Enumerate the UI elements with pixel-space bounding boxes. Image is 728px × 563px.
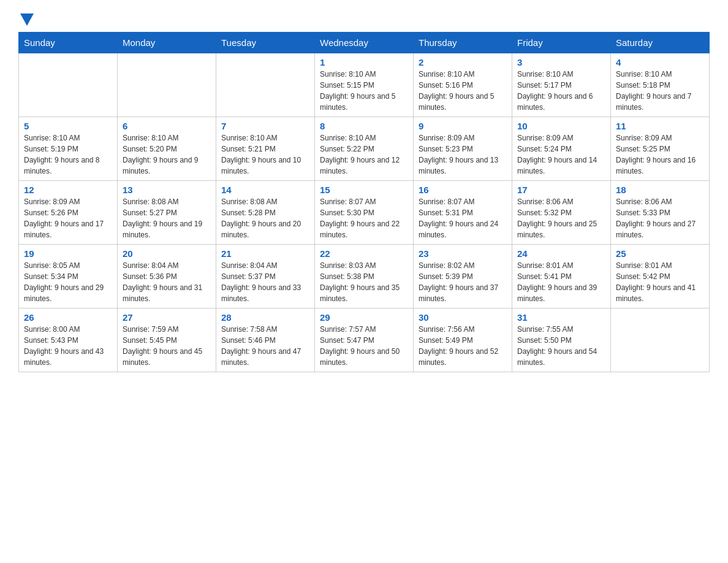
- calendar-cell: 27Sunrise: 7:59 AM Sunset: 5:45 PM Dayli…: [118, 308, 216, 372]
- day-number: 9: [419, 121, 507, 131]
- day-number: 20: [123, 248, 211, 259]
- day-info: Sunrise: 7:55 AM Sunset: 5:50 PM Dayligh…: [517, 324, 605, 368]
- calendar-cell: 25Sunrise: 8:01 AM Sunset: 5:42 PM Dayli…: [611, 245, 710, 308]
- day-info: Sunrise: 7:57 AM Sunset: 5:47 PM Dayligh…: [320, 324, 408, 368]
- day-info: Sunrise: 8:10 AM Sunset: 5:20 PM Dayligh…: [123, 132, 211, 177]
- day-number: 7: [221, 121, 309, 131]
- day-number: 1: [320, 57, 408, 67]
- day-info: Sunrise: 8:03 AM Sunset: 5:38 PM Dayligh…: [320, 260, 408, 304]
- day-number: 24: [517, 248, 605, 259]
- day-info: Sunrise: 8:09 AM Sunset: 5:24 PM Dayligh…: [517, 132, 605, 177]
- calendar-cell: 20Sunrise: 8:04 AM Sunset: 5:36 PM Dayli…: [118, 245, 216, 308]
- calendar-cell: 3Sunrise: 8:10 AM Sunset: 5:17 PM Daylig…: [512, 53, 611, 117]
- day-number: 10: [517, 121, 605, 131]
- day-info: Sunrise: 7:59 AM Sunset: 5:45 PM Dayligh…: [123, 324, 211, 368]
- day-number: 13: [123, 185, 211, 195]
- calendar-week-row: 19Sunrise: 8:05 AM Sunset: 5:34 PM Dayli…: [19, 245, 710, 308]
- day-info: Sunrise: 8:09 AM Sunset: 5:26 PM Dayligh…: [24, 196, 112, 240]
- day-info: Sunrise: 7:58 AM Sunset: 5:46 PM Dayligh…: [221, 324, 309, 368]
- calendar-cell: 28Sunrise: 7:58 AM Sunset: 5:46 PM Dayli…: [216, 308, 315, 372]
- weekday-header-monday: Monday: [118, 33, 216, 53]
- calendar-cell: 2Sunrise: 8:10 AM Sunset: 5:16 PM Daylig…: [414, 53, 512, 117]
- weekday-header-saturday: Saturday: [611, 33, 710, 53]
- page-header: [18, 12, 710, 26]
- day-info: Sunrise: 8:10 AM Sunset: 5:15 PM Dayligh…: [320, 69, 408, 113]
- day-number: 4: [616, 57, 704, 67]
- day-number: 15: [320, 185, 408, 195]
- day-info: Sunrise: 8:05 AM Sunset: 5:34 PM Dayligh…: [24, 260, 112, 304]
- day-number: 30: [419, 312, 507, 323]
- calendar-cell: 5Sunrise: 8:10 AM Sunset: 5:19 PM Daylig…: [19, 117, 118, 181]
- calendar-cell: [216, 53, 315, 117]
- day-info: Sunrise: 8:09 AM Sunset: 5:25 PM Dayligh…: [616, 132, 704, 177]
- day-number: 17: [517, 185, 605, 195]
- day-number: 16: [419, 185, 507, 195]
- day-number: 27: [123, 312, 211, 323]
- calendar-cell: 17Sunrise: 8:06 AM Sunset: 5:32 PM Dayli…: [512, 181, 611, 245]
- day-info: Sunrise: 8:01 AM Sunset: 5:42 PM Dayligh…: [616, 260, 704, 304]
- day-info: Sunrise: 8:02 AM Sunset: 5:39 PM Dayligh…: [419, 260, 507, 304]
- calendar-cell: [19, 53, 118, 117]
- day-info: Sunrise: 8:04 AM Sunset: 5:37 PM Dayligh…: [221, 260, 309, 304]
- calendar-cell: 11Sunrise: 8:09 AM Sunset: 5:25 PM Dayli…: [611, 117, 710, 181]
- day-number: 6: [123, 121, 211, 131]
- calendar-cell: 24Sunrise: 8:01 AM Sunset: 5:41 PM Dayli…: [512, 245, 611, 308]
- calendar-cell: 22Sunrise: 8:03 AM Sunset: 5:38 PM Dayli…: [315, 245, 414, 308]
- weekday-header-wednesday: Wednesday: [315, 33, 414, 53]
- day-number: 3: [517, 57, 605, 67]
- calendar-cell: 18Sunrise: 8:06 AM Sunset: 5:33 PM Dayli…: [611, 181, 710, 245]
- calendar-week-row: 26Sunrise: 8:00 AM Sunset: 5:43 PM Dayli…: [19, 308, 710, 372]
- day-number: 14: [221, 185, 309, 195]
- day-number: 18: [616, 185, 704, 195]
- day-info: Sunrise: 8:06 AM Sunset: 5:32 PM Dayligh…: [517, 196, 605, 240]
- day-info: Sunrise: 8:10 AM Sunset: 5:22 PM Dayligh…: [320, 132, 408, 177]
- calendar-cell: 29Sunrise: 7:57 AM Sunset: 5:47 PM Dayli…: [315, 308, 414, 372]
- calendar-cell: [611, 308, 710, 372]
- calendar-cell: 31Sunrise: 7:55 AM Sunset: 5:50 PM Dayli…: [512, 308, 611, 372]
- day-number: 29: [320, 312, 408, 323]
- calendar-cell: 7Sunrise: 8:10 AM Sunset: 5:21 PM Daylig…: [216, 117, 315, 181]
- day-number: 12: [24, 185, 112, 195]
- day-info: Sunrise: 7:56 AM Sunset: 5:49 PM Dayligh…: [419, 324, 507, 368]
- day-info: Sunrise: 8:10 AM Sunset: 5:17 PM Dayligh…: [517, 69, 605, 113]
- calendar-cell: 26Sunrise: 8:00 AM Sunset: 5:43 PM Dayli…: [19, 308, 118, 372]
- day-number: 25: [616, 248, 704, 259]
- calendar-cell: 30Sunrise: 7:56 AM Sunset: 5:49 PM Dayli…: [414, 308, 512, 372]
- day-info: Sunrise: 8:10 AM Sunset: 5:21 PM Dayligh…: [221, 132, 309, 177]
- calendar-cell: 15Sunrise: 8:07 AM Sunset: 5:30 PM Dayli…: [315, 181, 414, 245]
- day-number: 31: [517, 312, 605, 323]
- day-info: Sunrise: 8:08 AM Sunset: 5:27 PM Dayligh…: [123, 196, 211, 240]
- weekday-header-tuesday: Tuesday: [216, 33, 315, 53]
- weekday-header-thursday: Thursday: [414, 33, 512, 53]
- calendar-cell: 4Sunrise: 8:10 AM Sunset: 5:18 PM Daylig…: [611, 53, 710, 117]
- day-number: 21: [221, 248, 309, 259]
- calendar-cell: 21Sunrise: 8:04 AM Sunset: 5:37 PM Dayli…: [216, 245, 315, 308]
- day-info: Sunrise: 8:08 AM Sunset: 5:28 PM Dayligh…: [221, 196, 309, 240]
- day-info: Sunrise: 8:00 AM Sunset: 5:43 PM Dayligh…: [24, 324, 112, 368]
- weekday-header-sunday: Sunday: [19, 33, 118, 53]
- day-info: Sunrise: 8:07 AM Sunset: 5:31 PM Dayligh…: [419, 196, 507, 240]
- day-info: Sunrise: 8:09 AM Sunset: 5:23 PM Dayligh…: [419, 132, 507, 177]
- calendar-cell: 23Sunrise: 8:02 AM Sunset: 5:39 PM Dayli…: [414, 245, 512, 308]
- calendar-cell: [118, 53, 216, 117]
- weekday-header-row: SundayMondayTuesdayWednesdayThursdayFrid…: [19, 33, 710, 53]
- day-number: 23: [419, 248, 507, 259]
- logo: [18, 12, 34, 26]
- day-info: Sunrise: 8:06 AM Sunset: 5:33 PM Dayligh…: [616, 196, 704, 240]
- calendar-week-row: 1Sunrise: 8:10 AM Sunset: 5:15 PM Daylig…: [19, 53, 710, 117]
- day-info: Sunrise: 8:10 AM Sunset: 5:16 PM Dayligh…: [419, 69, 507, 113]
- logo-arrow-icon: [20, 13, 34, 26]
- calendar-cell: 12Sunrise: 8:09 AM Sunset: 5:26 PM Dayli…: [19, 181, 118, 245]
- day-number: 11: [616, 121, 704, 131]
- day-info: Sunrise: 8:10 AM Sunset: 5:18 PM Dayligh…: [616, 69, 704, 113]
- day-number: 2: [419, 57, 507, 67]
- day-number: 5: [24, 121, 112, 131]
- calendar-cell: 13Sunrise: 8:08 AM Sunset: 5:27 PM Dayli…: [118, 181, 216, 245]
- weekday-header-friday: Friday: [512, 33, 611, 53]
- day-number: 8: [320, 121, 408, 131]
- day-number: 22: [320, 248, 408, 259]
- day-number: 28: [221, 312, 309, 323]
- calendar-cell: 1Sunrise: 8:10 AM Sunset: 5:15 PM Daylig…: [315, 53, 414, 117]
- calendar-cell: 10Sunrise: 8:09 AM Sunset: 5:24 PM Dayli…: [512, 117, 611, 181]
- calendar-cell: 8Sunrise: 8:10 AM Sunset: 5:22 PM Daylig…: [315, 117, 414, 181]
